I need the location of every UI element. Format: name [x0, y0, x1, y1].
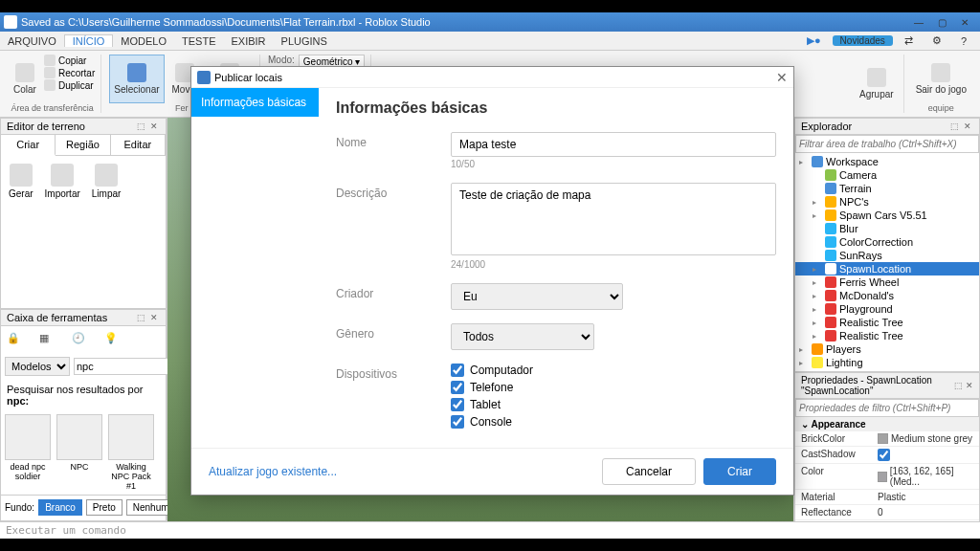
select-tool[interactable]: Selecionar — [109, 55, 164, 103]
toolbox-title: Caixa de ferramentas — [7, 312, 107, 323]
tree-node[interactable]: ▸Realistic Tree — [795, 316, 979, 329]
properties-title: Propriedades - SpawnLocation "SpawnLocat… — [801, 375, 952, 396]
tree-node[interactable]: Camera — [795, 168, 979, 182]
menu-modelo[interactable]: MODELO — [113, 35, 174, 47]
undock-icon[interactable]: ⬚ — [135, 121, 146, 132]
explorer-title: Explorador — [801, 121, 852, 132]
close-panel-icon[interactable]: ✕ — [148, 121, 160, 132]
properties-filter[interactable] — [795, 399, 979, 417]
tree-node[interactable]: SunRays — [795, 249, 979, 262]
tree-node[interactable]: ▸Ferris Wheel — [795, 276, 979, 289]
tree-node[interactable]: ▸Workspace — [795, 155, 979, 168]
tree-node[interactable]: ▸Players — [795, 342, 979, 356]
menu-arquivo[interactable]: ARQUIVO — [0, 35, 64, 47]
property-row[interactable]: MaterialPlastic — [795, 490, 979, 505]
tree-node[interactable]: ▸NPC's — [795, 195, 979, 209]
create-button[interactable]: Criar — [703, 458, 776, 485]
copy-button[interactable]: Copiar — [44, 55, 95, 66]
toolbox-item[interactable]: Walking NPC Pack #1 — [108, 414, 154, 491]
limpar-tool[interactable]: Limpar — [92, 164, 122, 199]
menu-exibir[interactable]: EXIBIR — [224, 35, 274, 47]
property-row[interactable]: CastShadow — [795, 447, 979, 464]
property-row[interactable]: Transparency0 — [795, 520, 979, 521]
novidades-badge[interactable]: Novidades — [833, 35, 893, 46]
tab-criar[interactable]: Criar — [1, 135, 56, 156]
titlebar: Saved as C:\Users\Guilherme Sommadossi\D… — [0, 12, 980, 32]
share-icon[interactable]: ⇄ — [897, 34, 921, 47]
exit-game-button[interactable]: Sair do jogo — [912, 55, 970, 103]
tree-node[interactable]: ColorCorrection — [795, 235, 979, 249]
genre-select[interactable]: Todos — [451, 323, 594, 350]
toolbox-item[interactable]: NPC — [56, 414, 102, 491]
device-checkbox[interactable]: Telefone — [451, 381, 776, 394]
tree-node[interactable]: ▸Playground — [795, 302, 979, 316]
menu-inicio[interactable]: INÍCIO — [64, 34, 114, 47]
category-select[interactable]: Modelos — [5, 357, 70, 376]
tree-node[interactable]: ▸Spawn Cars V5.51 — [795, 209, 979, 222]
bg-branco[interactable]: Branco — [38, 499, 82, 516]
settings-icon[interactable]: ⚙ — [924, 34, 949, 47]
command-bar[interactable]: Executar um comando — [0, 521, 980, 539]
description-input[interactable] — [451, 183, 776, 255]
app-icon — [4, 15, 17, 29]
cut-button[interactable]: Recortar — [44, 67, 95, 78]
idea-icon[interactable]: 💡 — [104, 332, 120, 347]
dialog-heading: Informações básicas — [336, 99, 776, 117]
tab-basic-info[interactable]: Informações básicas — [191, 88, 319, 117]
dialog-title: Publicar locais — [214, 72, 282, 83]
paste-button[interactable]: Colar — [10, 55, 40, 103]
property-row[interactable]: BrickColor Medium stone grey — [795, 431, 979, 447]
dialog-icon — [197, 71, 211, 84]
tree-node[interactable]: ▸McDonald's — [795, 289, 979, 302]
dialog-close-icon[interactable]: ✕ — [776, 70, 788, 85]
tree-node[interactable]: Blur — [795, 222, 979, 235]
explorer-tree: ▸WorkspaceCameraTerrain▸NPC's▸Spawn Cars… — [795, 153, 979, 371]
publish-dialog: Publicar locais ✕ Informações básicas In… — [190, 66, 794, 496]
window-title: Saved as C:\Users\Guilherme Sommadossi\D… — [21, 16, 431, 28]
toolbox-item[interactable]: dead npc soldier — [5, 414, 51, 491]
tree-node[interactable]: ▸Realistic Tree — [795, 329, 979, 342]
marketplace-icon[interactable]: 🔒 — [7, 332, 22, 347]
creator-select[interactable]: Eu — [451, 283, 623, 310]
menu-plugins[interactable]: PLUGINS — [274, 35, 335, 47]
device-checkbox[interactable]: Computador — [451, 364, 776, 377]
explorer-filter[interactable] — [795, 135, 979, 153]
terrain-panel-title: Editor de terreno — [7, 121, 85, 132]
minimize-button[interactable]: — — [907, 14, 930, 30]
gerar-tool[interactable]: Gerar — [9, 164, 33, 199]
importar-tool[interactable]: Importar — [45, 164, 80, 199]
maximize-button[interactable]: ▢ — [930, 14, 953, 30]
tree-node[interactable]: ▸Lighting — [795, 356, 979, 369]
close-button[interactable]: ✕ — [953, 14, 976, 30]
device-checkbox[interactable]: Console — [451, 415, 776, 429]
tree-node[interactable]: Terrain — [795, 182, 979, 195]
tab-editar[interactable]: Editar — [111, 135, 166, 155]
tree-node[interactable]: ▸SpawnLocation — [795, 262, 979, 276]
device-checkbox[interactable]: Tablet — [451, 398, 776, 411]
menubar: ARQUIVO INÍCIO MODELO TESTE EXIBIR PLUGI… — [0, 32, 980, 51]
property-row[interactable]: Reflectance0 — [795, 505, 979, 520]
grid-icon[interactable]: ▦ — [39, 332, 55, 347]
property-row[interactable]: Color [163, 162, 165] (Med... — [795, 464, 979, 490]
update-existing-link[interactable]: Atualizar jogo existente... — [209, 465, 337, 478]
cancel-button[interactable]: Cancelar — [602, 458, 696, 485]
tab-regiao[interactable]: Região — [56, 135, 110, 155]
group-button[interactable]: Agrupar — [856, 55, 898, 113]
duplicate-button[interactable]: Duplicar — [44, 79, 95, 91]
menu-teste[interactable]: TESTE — [174, 35, 223, 47]
bg-preto[interactable]: Preto — [86, 499, 122, 516]
name-input[interactable] — [451, 132, 776, 157]
help-icon[interactable]: ? — [953, 35, 974, 47]
recent-icon[interactable]: 🕘 — [72, 332, 87, 347]
